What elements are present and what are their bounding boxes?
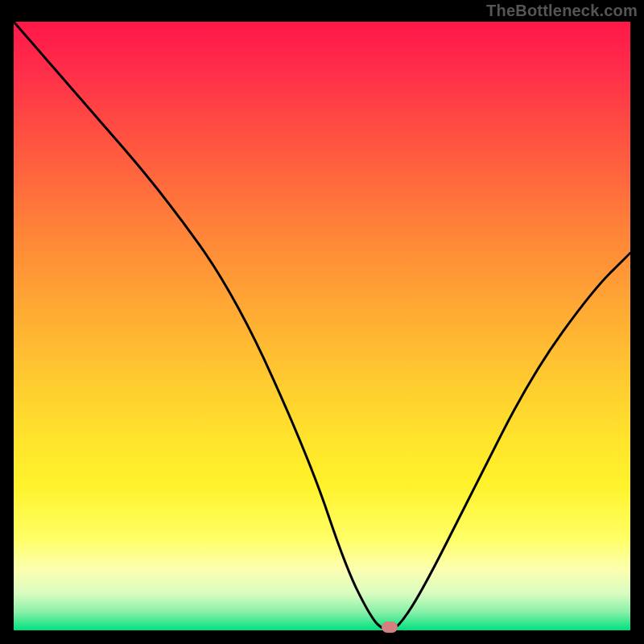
- optimal-point-marker: [382, 621, 398, 633]
- watermark-text: TheBottleneck.com: [486, 2, 638, 20]
- bottleneck-line: [14, 22, 630, 630]
- chart-stage: TheBottleneck.com: [0, 0, 644, 644]
- plot-frame: [14, 22, 630, 630]
